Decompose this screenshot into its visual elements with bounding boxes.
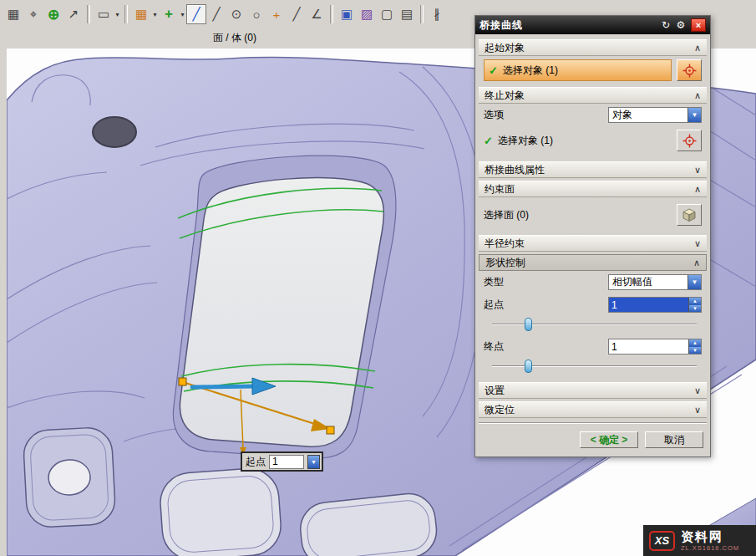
floating-input-value[interactable]: 1 <box>269 455 304 469</box>
chevron-down-icon[interactable]: ▼ <box>688 108 701 122</box>
bottom-center-pocket[interactable] <box>159 467 283 556</box>
dropdown-arrow-icon[interactable]: ▾ <box>179 11 186 18</box>
end-object-option-dropdown[interactable]: 对象 ▼ <box>608 107 702 123</box>
chevron-down-icon[interactable]: ▼ <box>688 275 701 289</box>
floating-input-label: 起点 <box>244 455 266 469</box>
constraint-face-select-button[interactable] <box>677 204 702 226</box>
selection-filter-label: 面 / 体 (0) <box>213 31 256 45</box>
end-slider[interactable] <box>492 359 697 374</box>
section-end-object[interactable]: 终止对象 ∧ <box>479 87 707 104</box>
start-slider[interactable] <box>492 317 697 332</box>
check-icon: ✓ <box>489 64 498 77</box>
ok-button[interactable]: < 确定 > <box>580 431 638 448</box>
cancel-button[interactable]: 取消 <box>645 431 703 448</box>
point-on-curve-snap-icon[interactable]: ╱ <box>287 4 307 24</box>
point-dialog-icon[interactable]: ⌖ <box>23 4 43 24</box>
feature-select-icon[interactable]: ▤ <box>397 4 417 24</box>
toolbar-separator <box>87 5 90 23</box>
section-properties[interactable]: 桥接曲线属性 ∨ <box>479 161 707 178</box>
crosshair-icon <box>682 64 697 78</box>
snap-point-enable-icon[interactable]: ▦ <box>3 4 23 24</box>
end-value-input[interactable]: 1 ▲ ▼ <box>608 339 702 355</box>
reset-icon[interactable]: ↻ <box>658 18 673 32</box>
selection-scope-icon[interactable]: ▭ <box>94 4 114 24</box>
end-label: 终点 <box>484 339 504 354</box>
layer-grid-icon[interactable]: ▦ <box>131 4 151 24</box>
section-label: 约束面 <box>485 182 515 196</box>
section-micro-positioning[interactable]: 微定位 ∨ <box>479 401 707 418</box>
end-object-select-button[interactable] <box>677 130 702 151</box>
chevron-down-icon[interactable]: ▼ <box>307 455 320 469</box>
chevron-down-icon: ∨ <box>694 385 701 396</box>
type-label: 类型 <box>484 275 504 289</box>
cube-icon <box>682 207 697 222</box>
start-object-select-button[interactable] <box>677 59 702 81</box>
face-select-icon[interactable]: ▨ <box>357 4 377 24</box>
chevron-up-icon: ∧ <box>694 90 701 101</box>
end-value-stepper[interactable]: ▲ ▼ <box>688 339 701 354</box>
section-start-object[interactable]: 起始对象 ∧ <box>479 39 707 56</box>
shape-type-dropdown[interactable]: 相切幅值 ▼ <box>608 274 702 290</box>
spin-down-icon[interactable]: ▼ <box>689 305 701 313</box>
dialog-titlebar[interactable]: 桥接曲线 ↻ ⚙ × <box>475 16 710 34</box>
dropdown-value: 对象 <box>609 108 688 122</box>
angle-snap-icon[interactable]: ∠ <box>307 4 327 24</box>
chevron-down-icon: ∨ <box>694 405 701 416</box>
constraint-face-select-label: 选择面 (0) <box>484 208 529 222</box>
vector-arrow-icon[interactable]: ↗ <box>63 4 84 24</box>
start-object-select-row[interactable]: ✓ 选择对象 (1) <box>484 59 672 81</box>
dropdown-arrow-icon[interactable]: ▾ <box>114 11 121 18</box>
magnitude-arrow[interactable] <box>192 386 254 387</box>
input-value[interactable]: 1 <box>609 339 688 354</box>
watermark-subtitle: ZL.XS1616.COM <box>681 545 739 552</box>
floating-start-point-input[interactable]: 起点 1 ▼ <box>241 451 323 472</box>
gear-icon[interactable]: ⚙ <box>673 18 688 32</box>
spin-up-icon[interactable]: ▲ <box>689 298 701 305</box>
start-value-stepper[interactable]: ▲ ▼ <box>688 298 701 312</box>
watermark-logo: XS <box>649 531 675 551</box>
section-label: 形状控制 <box>485 256 525 270</box>
spin-up-icon[interactable]: ▲ <box>689 339 701 347</box>
section-label: 桥接曲线属性 <box>485 163 545 177</box>
drag-handle[interactable] <box>327 426 334 434</box>
section-label: 微定位 <box>485 403 515 417</box>
region-select-icon[interactable]: ▢ <box>377 4 397 24</box>
intersection-snap-icon[interactable]: + <box>266 4 287 24</box>
quadrant-snap-icon[interactable]: ○ <box>246 4 266 24</box>
stop-at-intersection-icon[interactable]: ∦ <box>427 4 447 24</box>
toolbar-separator <box>124 5 128 23</box>
slider-thumb[interactable] <box>525 360 532 373</box>
section-label: 设置 <box>485 384 505 398</box>
top-left-hole[interactable] <box>93 117 136 147</box>
chevron-up-icon: ∧ <box>693 258 700 268</box>
slider-track[interactable] <box>492 324 697 325</box>
bridge-curve-dialog: 桥接曲线 ↻ ⚙ × 起始对象 ∧ ✓ 选择对象 (1) 终止对 <box>474 15 711 457</box>
solid-body-icon[interactable]: ▣ <box>337 4 357 24</box>
input-value[interactable]: 1 <box>609 298 688 312</box>
watermark-title: 资料网 <box>681 530 739 543</box>
section-label: 终止对象 <box>485 89 525 103</box>
slider-track[interactable] <box>492 365 697 367</box>
endpoint-snap-icon[interactable]: ╱ <box>186 4 206 24</box>
move-handles-icon[interactable]: + <box>159 4 179 24</box>
chevron-down-icon: ∨ <box>694 165 701 176</box>
section-shape-control[interactable]: 形状控制 ∧ <box>479 254 707 271</box>
arc-center-snap-icon[interactable]: ⊙ <box>226 4 246 24</box>
midpoint-snap-icon[interactable]: ╱ <box>206 4 226 24</box>
section-constraint-face[interactable]: 约束面 ∧ <box>479 181 707 197</box>
section-radius-constraint[interactable]: 半径约束 ∨ <box>479 235 707 252</box>
section-label: 起始对象 <box>485 41 525 55</box>
crosshair-icon <box>682 134 697 148</box>
section-settings[interactable]: 设置 ∨ <box>479 382 707 399</box>
close-icon[interactable]: × <box>691 18 706 32</box>
start-object-select-label: 选择对象 (1) <box>503 64 558 78</box>
slider-thumb[interactable] <box>525 318 532 331</box>
start-value-input[interactable]: 1 ▲ ▼ <box>608 297 702 313</box>
watermark: XS 资料网 ZL.XS1616.COM <box>643 525 756 556</box>
offset-point-icon[interactable]: ⊕ <box>43 4 63 24</box>
dropdown-arrow-icon[interactable]: ▾ <box>151 11 159 18</box>
bottom-left-boss[interactable] <box>23 426 116 528</box>
end-object-select-label: 选择对象 (1) <box>498 134 553 148</box>
drag-handle[interactable] <box>179 378 186 385</box>
spin-down-icon[interactable]: ▼ <box>689 347 701 355</box>
